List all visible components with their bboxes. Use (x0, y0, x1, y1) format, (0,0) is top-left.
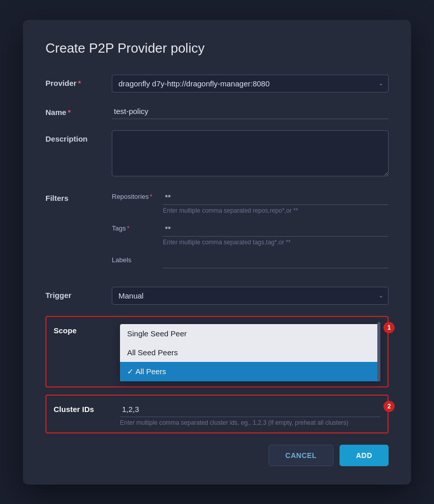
tags-row: Tags* Enter multiple comma separated tag… (112, 221, 389, 246)
scope-dropdown-menu[interactable]: Single Seed Peer All Seed Peers All Peer… (120, 324, 380, 381)
filters-inner: Repositories* Enter multiple comma separ… (112, 190, 389, 276)
labels-label: Labels (112, 253, 163, 264)
labels-input[interactable] (163, 253, 389, 268)
repositories-input[interactable] (163, 190, 389, 205)
tags-label: Tags* (112, 221, 163, 232)
cluster-ids-control: Enter multiple comma separated cluster i… (120, 402, 380, 426)
dialog-title: Create P2P Provider policy (45, 40, 389, 56)
provider-field[interactable]: dragonfly d7y-http://dragonfly-manager:8… (112, 75, 389, 93)
description-label: Description (45, 130, 112, 143)
filters-label: Filters (45, 190, 112, 202)
cluster-ids-hint: Enter multiple comma separated cluster i… (120, 419, 380, 426)
add-button[interactable]: ADD (340, 445, 389, 466)
cluster-ids-row: Cluster IDs Enter multiple comma separat… (54, 402, 380, 426)
tags-hint: Enter multiple comma separated tags,tag*… (163, 239, 389, 246)
name-input[interactable] (112, 104, 389, 119)
dropdown-item-all-peers[interactable]: All Peers (120, 362, 380, 381)
cancel-button[interactable]: CANCEL (269, 445, 333, 466)
labels-row: Labels (112, 253, 389, 268)
cluster-ids-input[interactable] (120, 402, 380, 417)
repositories-control: Enter multiple comma separated repos,rep… (163, 190, 389, 214)
button-row: CANCEL ADD (45, 445, 389, 466)
provider-row: Provider* dragonfly d7y-http://dragonfly… (45, 75, 389, 93)
description-row: Description (45, 130, 389, 178)
scope-dropdown-container: Single Seed Peer All Seed Peers All Peer… (120, 322, 380, 381)
labels-control[interactable] (163, 253, 389, 268)
repositories-hint: Enter multiple comma separated repos,rep… (163, 207, 389, 214)
repositories-row: Repositories* Enter multiple comma separ… (112, 190, 389, 214)
provider-select[interactable]: dragonfly d7y-http://dragonfly-manager:8… (112, 75, 389, 93)
name-field[interactable] (112, 104, 389, 119)
cluster-ids-label: Cluster IDs (54, 402, 120, 414)
trigger-select[interactable]: Manual (112, 287, 389, 305)
dropdown-item-all-seed-peers[interactable]: All Seed Peers (120, 343, 380, 362)
tags-input[interactable] (163, 221, 389, 237)
description-field[interactable] (112, 130, 389, 178)
dropdown-item-single-seed-peer[interactable]: Single Seed Peer (120, 324, 380, 343)
trigger-field[interactable]: Manual ⌄ (112, 287, 389, 305)
cluster-ids-section: Cluster IDs Enter multiple comma separat… (45, 395, 389, 433)
scope-label: Scope (54, 322, 120, 335)
trigger-row: Trigger Manual ⌄ (45, 287, 389, 305)
name-row: Name* (45, 104, 389, 119)
scope-badge: 1 (383, 322, 395, 333)
trigger-label: Trigger (45, 287, 112, 300)
description-textarea[interactable] (112, 130, 389, 176)
name-label: Name* (45, 104, 112, 117)
repositories-label: Repositories* (112, 190, 163, 200)
filters-row: Filters Repositories* Enter multiple com… (45, 190, 389, 276)
scope-section: Scope Single Seed Peer All Seed Peers Al… (45, 316, 389, 387)
provider-label: Provider* (45, 75, 112, 87)
tags-control: Enter multiple comma separated tags,tag*… (163, 221, 389, 246)
cluster-badge: 2 (383, 401, 395, 412)
create-policy-dialog: Create P2P Provider policy Provider* dra… (23, 20, 411, 485)
scope-form-row: Scope Single Seed Peer All Seed Peers Al… (54, 322, 380, 381)
scrollbar (377, 322, 380, 381)
